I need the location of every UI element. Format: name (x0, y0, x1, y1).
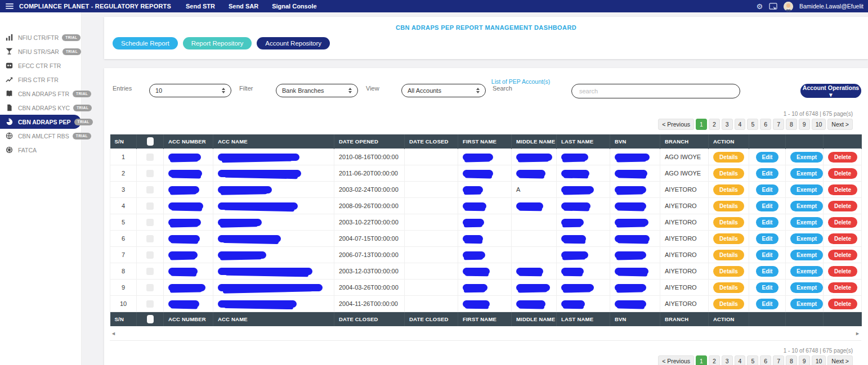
details-button[interactable]: Details (713, 299, 744, 309)
scroll-left-icon[interactable]: ◄ (111, 331, 116, 336)
row-checkbox[interactable] (146, 268, 154, 275)
details-button[interactable]: Details (713, 233, 744, 244)
pagination-page-6[interactable]: 6 (760, 119, 771, 130)
edit-button[interactable]: Edit (756, 168, 779, 179)
pagination-page-10[interactable]: 10 (812, 355, 826, 365)
account-operations-button[interactable]: Account Operations ▾ (800, 84, 861, 98)
row-checkbox[interactable] (146, 284, 154, 291)
pagination-page-3[interactable]: 3 (722, 355, 733, 365)
details-button[interactable]: Details (713, 201, 744, 211)
edit-button[interactable]: Edit (756, 233, 779, 244)
delete-button[interactable]: Delete (828, 266, 857, 277)
exempt-button[interactable]: Exempt (790, 282, 823, 293)
delete-button[interactable]: Delete (828, 217, 857, 228)
select-all-checkbox[interactable] (147, 315, 154, 323)
pagination-page-9[interactable]: 9 (799, 355, 810, 365)
exempt-button[interactable]: Exempt (790, 250, 823, 260)
edit-button[interactable]: Edit (756, 266, 779, 277)
pagination-next-button[interactable]: Next > (827, 355, 853, 365)
pagination-page-8[interactable]: 8 (786, 355, 797, 365)
row-checkbox[interactable] (146, 186, 154, 193)
details-button[interactable]: Details (713, 152, 744, 163)
menu-icon[interactable] (6, 3, 14, 9)
details-button[interactable]: Details (713, 282, 744, 293)
details-button[interactable]: Details (713, 184, 744, 195)
row-checkbox[interactable] (146, 202, 154, 210)
delete-button[interactable]: Delete (828, 184, 857, 195)
sidebar-item-nfiu-str-sar[interactable]: NFIU STR/SARTRIAL (0, 44, 81, 58)
exempt-button[interactable]: Exempt (790, 168, 823, 179)
row-checkbox[interactable] (146, 300, 154, 308)
sidebar-item-cbn-adraps-pep[interactable]: CBN ADRAPS PEPTRIAL (0, 115, 81, 129)
edit-button[interactable]: Edit (756, 250, 779, 260)
delete-button[interactable]: Delete (828, 233, 857, 244)
row-checkbox[interactable] (146, 235, 154, 242)
pagination-page-3[interactable]: 3 (722, 119, 733, 130)
pagination-page-9[interactable]: 9 (799, 119, 810, 130)
delete-button[interactable]: Delete (828, 282, 857, 293)
edit-button[interactable]: Edit (756, 217, 779, 228)
pagination-page-2[interactable]: 2 (709, 355, 720, 365)
sidebar-item-fatca[interactable]: FATCA (0, 143, 81, 157)
schedule-report-button[interactable]: Schedule Report (113, 37, 178, 49)
pagination-page-5[interactable]: 5 (747, 119, 758, 130)
exempt-button[interactable]: Exempt (790, 233, 823, 244)
pagination-page-7[interactable]: 7 (773, 355, 784, 365)
select-all-checkbox[interactable] (147, 137, 154, 146)
exempt-button[interactable]: Exempt (790, 299, 823, 309)
cast-icon[interactable] (769, 3, 777, 10)
delete-button[interactable]: Delete (828, 299, 857, 309)
row-checkbox[interactable] (146, 251, 154, 259)
pagination-page-10[interactable]: 10 (812, 119, 826, 130)
pagination-page-4[interactable]: 4 (735, 355, 746, 365)
edit-button[interactable]: Edit (756, 184, 779, 195)
user-email[interactable]: Bamidele.Lawal@Efuelit (799, 3, 863, 10)
nav-link-signal-console[interactable]: Signal Console (272, 3, 316, 10)
pagination-prev-button[interactable]: < Previous (658, 355, 694, 365)
edit-button[interactable]: Edit (756, 201, 779, 211)
row-checkbox[interactable] (146, 154, 154, 161)
edit-button[interactable]: Edit (756, 152, 779, 163)
row-checkbox[interactable] (146, 170, 154, 177)
exempt-button[interactable]: Exempt (790, 201, 823, 211)
report-repository-button[interactable]: Report Repository (183, 37, 252, 49)
view-select[interactable]: All Accounts (401, 84, 486, 97)
pagination-page-1[interactable]: 1 (696, 355, 707, 365)
nav-link-send-str[interactable]: Send STR (186, 3, 215, 10)
sidebar-item-cbn-amlcft-rbs[interactable]: CBN AMLCFT RBSTRIAL (0, 129, 81, 143)
avatar[interactable] (784, 2, 793, 11)
pagination-page-2[interactable]: 2 (709, 119, 720, 130)
pagination-page-1[interactable]: 1 (696, 119, 707, 130)
edit-button[interactable]: Edit (756, 282, 779, 293)
row-checkbox[interactable] (146, 219, 154, 226)
sidebar-item-firs-ctr-ftr[interactable]: FIRS CTR FTR (0, 73, 81, 87)
edit-button[interactable]: Edit (756, 299, 779, 309)
pagination-next-button[interactable]: Next > (827, 119, 853, 130)
pagination-page-6[interactable]: 6 (760, 355, 771, 365)
delete-button[interactable]: Delete (828, 250, 857, 260)
sidebar-item-cbn-adraps-kyc[interactable]: CBN ADRAPS KYCTRIAL (0, 101, 81, 115)
nav-link-send-sar[interactable]: Send SAR (229, 3, 258, 10)
details-button[interactable]: Details (713, 217, 744, 228)
pagination-page-5[interactable]: 5 (747, 355, 758, 365)
pagination-page-4[interactable]: 4 (735, 119, 746, 130)
exempt-button[interactable]: Exempt (790, 266, 823, 277)
gear-icon[interactable]: ⚙ (756, 3, 763, 10)
delete-button[interactable]: Delete (828, 201, 857, 211)
search-input[interactable] (571, 84, 740, 98)
filter-select[interactable]: Bank Branches (276, 84, 358, 97)
details-button[interactable]: Details (713, 266, 744, 277)
delete-button[interactable]: Delete (828, 152, 857, 163)
account-repository-button[interactable]: Account Repository (257, 37, 330, 49)
sidebar-item-cbn-adraps-ftr[interactable]: CBN ADRAPS FTRTRIAL (0, 87, 81, 101)
sidebar-item-efcc-ctr-ftr[interactable]: EFCC CTR FTR (0, 58, 81, 73)
entries-select[interactable]: 10 (149, 84, 231, 97)
exempt-button[interactable]: Exempt (790, 184, 823, 195)
sidebar-item-nfiu-ctr-ftr[interactable]: NFIU CTR/FTRTRIAL (0, 30, 81, 44)
exempt-button[interactable]: Exempt (790, 152, 823, 163)
scroll-right-icon[interactable]: ► (855, 331, 860, 336)
pagination-page-8[interactable]: 8 (786, 119, 797, 130)
details-button[interactable]: Details (713, 168, 744, 179)
details-button[interactable]: Details (713, 250, 744, 260)
pagination-prev-button[interactable]: < Previous (658, 119, 694, 130)
